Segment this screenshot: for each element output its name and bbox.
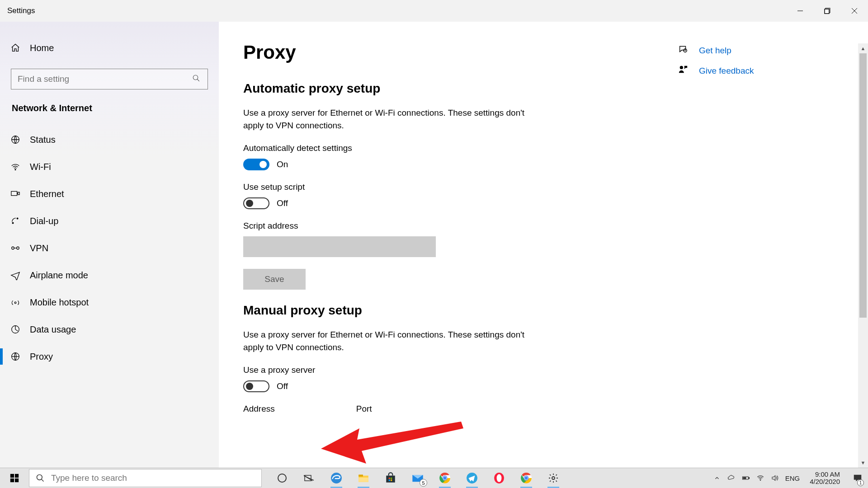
taskbar-search[interactable]: [29, 469, 262, 487]
telegram-icon[interactable]: [465, 471, 479, 485]
scroll-down-arrow[interactable]: ▼: [858, 458, 868, 468]
settings-app-icon[interactable]: [547, 471, 560, 485]
svg-line-35: [304, 476, 314, 480]
help-chat-icon: ?: [678, 44, 689, 56]
taskbar: 5 ENG 9:00 AM 4/20/2020 1: [0, 468, 868, 488]
svg-rect-27: [15, 474, 19, 478]
maximize-button[interactable]: [814, 0, 841, 22]
svg-rect-39: [359, 478, 368, 482]
use-proxy-state: Off: [277, 381, 288, 391]
chrome2-icon[interactable]: [519, 471, 533, 485]
task-view-icon[interactable]: [302, 471, 316, 485]
wifi-tray-icon[interactable]: [756, 474, 764, 482]
edge-icon[interactable]: [330, 471, 343, 485]
search-field[interactable]: [18, 74, 192, 84]
airplane-icon: [10, 270, 21, 280]
svg-point-57: [552, 477, 555, 479]
home-icon: [10, 43, 21, 53]
sidebar-item-wifi[interactable]: Wi-Fi: [10, 153, 219, 180]
search-icon: [192, 74, 201, 84]
give-feedback-text[interactable]: Give feedback: [699, 66, 754, 76]
notification-badge: 1: [857, 479, 864, 486]
sidebar-item-dialup[interactable]: Dial-up: [10, 207, 219, 235]
sidebar-item-label: Airplane mode: [30, 270, 88, 281]
svg-point-15: [12, 247, 14, 249]
sidebar-item-proxy[interactable]: Proxy: [10, 343, 219, 370]
save-button[interactable]: Save: [243, 269, 306, 290]
language-indicator[interactable]: ENG: [785, 474, 800, 482]
mail-icon[interactable]: 5: [411, 471, 425, 485]
svg-rect-40: [386, 476, 395, 483]
cortana-icon[interactable]: [275, 471, 289, 485]
sidebar-item-datausage[interactable]: Data usage: [10, 316, 219, 343]
use-script-toggle[interactable]: [243, 197, 269, 209]
sidebar-item-status[interactable]: Status: [10, 126, 219, 153]
svg-point-52: [497, 474, 502, 482]
svg-point-16: [17, 247, 19, 249]
clock[interactable]: 9:00 AM 4/20/2020: [806, 471, 844, 486]
minimize-button[interactable]: [787, 0, 814, 22]
svg-rect-59: [749, 478, 750, 479]
battery-icon[interactable]: [742, 474, 750, 482]
use-script-label: Use setup script: [243, 182, 651, 192]
clock-date: 4/20/2020: [810, 478, 840, 486]
svg-point-13: [12, 222, 14, 224]
clock-time: 9:00 AM: [810, 471, 840, 479]
home-label: Home: [30, 43, 54, 53]
auto-detect-state: On: [277, 160, 288, 169]
scroll-thumb[interactable]: [859, 53, 867, 318]
chrome-icon[interactable]: [438, 471, 452, 485]
tray-overflow-icon[interactable]: [713, 474, 721, 482]
svg-rect-43: [389, 479, 390, 481]
sidebar-item-hotspot[interactable]: Mobile hotspot: [10, 289, 219, 316]
close-button[interactable]: [841, 0, 868, 22]
proxy-icon: [10, 352, 21, 361]
svg-rect-2: [825, 9, 829, 14]
svg-rect-10: [11, 192, 17, 196]
titlebar: Settings: [0, 0, 868, 22]
action-center-icon[interactable]: 1: [850, 468, 865, 488]
sidebar-item-label: Status: [30, 135, 56, 145]
svg-rect-41: [389, 478, 390, 479]
svg-rect-44: [391, 479, 392, 481]
taskbar-search-field[interactable]: [51, 473, 255, 483]
onedrive-icon[interactable]: [727, 474, 736, 482]
home-nav[interactable]: Home: [10, 35, 219, 61]
use-proxy-toggle[interactable]: [243, 380, 269, 392]
sidebar-item-label: VPN: [30, 243, 48, 253]
svg-point-9: [15, 169, 16, 170]
dialup-icon: [10, 216, 21, 226]
opera-icon[interactable]: [492, 471, 506, 485]
vertical-scrollbar[interactable]: ▲ ▼: [858, 43, 868, 468]
port-label: Port: [356, 404, 372, 414]
sidebar-item-vpn[interactable]: VPN: [10, 235, 219, 262]
script-address-input[interactable]: [243, 236, 436, 257]
sidebar-item-label: Proxy: [30, 352, 53, 362]
feedback-icon: [678, 65, 689, 77]
sidebar-item-label: Mobile hotspot: [30, 297, 89, 308]
auto-section-desc: Use a proxy server for Ethernet or Wi-Fi…: [243, 107, 533, 131]
get-help-link[interactable]: ? Get help: [678, 44, 868, 56]
get-help-text[interactable]: Get help: [699, 46, 731, 56]
scroll-up-arrow[interactable]: ▲: [858, 43, 868, 53]
give-feedback-link[interactable]: Give feedback: [678, 65, 868, 77]
ethernet-icon: [10, 189, 21, 199]
svg-point-56: [525, 477, 528, 480]
volume-icon[interactable]: [771, 474, 779, 482]
side-panel: ? Get help Give feedback: [678, 22, 868, 468]
wifi-icon: [10, 162, 21, 172]
sidebar: Home Network & Internet Status Wi-Fi Eth…: [0, 22, 219, 468]
mail-badge: 5: [420, 479, 427, 487]
svg-line-31: [42, 479, 44, 482]
vpn-icon: [10, 243, 21, 253]
start-button[interactable]: [0, 468, 29, 488]
svg-rect-26: [10, 474, 14, 478]
svg-line-7: [197, 79, 199, 81]
auto-detect-toggle[interactable]: [243, 159, 269, 170]
file-explorer-icon[interactable]: [357, 471, 370, 485]
store-icon[interactable]: [384, 471, 397, 485]
sidebar-item-ethernet[interactable]: Ethernet: [10, 180, 219, 207]
search-settings-input[interactable]: [11, 69, 208, 89]
sidebar-item-airplane[interactable]: Airplane mode: [10, 262, 219, 289]
svg-point-14: [17, 218, 18, 219]
